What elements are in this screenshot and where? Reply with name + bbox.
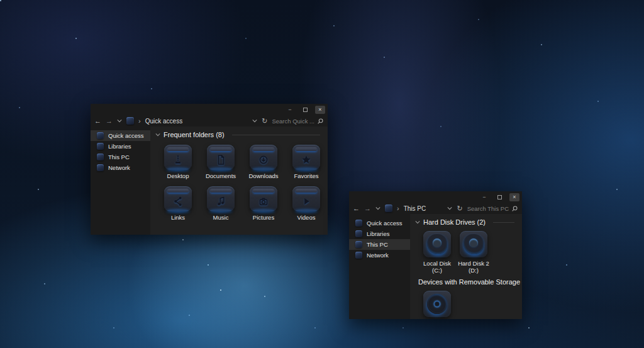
tile-label: Local Disk (C:) [419,261,455,274]
documents-folder-icon [207,145,235,170]
collapse-chevron-icon[interactable] [415,220,420,224]
sidebar-item-label: Libraries [367,230,389,237]
folder-tile-pictures[interactable]: Pictures [242,186,285,222]
back-button[interactable]: ← [353,205,360,212]
titlebar[interactable]: − × [91,104,328,115]
tile-label: Documents [206,173,236,180]
location-icon [126,117,134,125]
collapse-chevron-icon[interactable] [155,133,160,137]
breadcrumb[interactable]: Quick access [145,118,182,125]
sidebar-item-label: This PC [108,154,130,160]
music-folder-icon [207,186,235,211]
navigation-pane: Quick access Libraries This PC Network [349,214,410,319]
forward-button[interactable]: → [106,118,113,125]
address-toolbar: ← → › This PC ↻ Search This PC [349,203,522,214]
sidebar-item-libraries[interactable]: Libraries [349,228,410,239]
folder-tile-links[interactable]: Links [157,186,199,222]
group-header-hard-disk-drives[interactable]: Hard Disk Drives (2) [415,218,517,227]
folder-tile-favorites[interactable]: Favorites [285,145,328,180]
titlebar[interactable]: − × [349,191,522,203]
pictures-folder-icon [250,186,277,211]
folder-view: Frequent folders (8) Desktop Doc [150,126,328,235]
tile-label: Desktop [167,173,189,180]
location-icon [385,205,392,212]
breadcrumb[interactable]: This PC [404,205,426,212]
group-title: Devices with Removable Storage (1) [418,278,522,286]
minimize-icon: − [288,107,291,113]
folder-tile-music[interactable]: Music [199,186,242,222]
recent-locations-chevron-icon[interactable] [375,206,380,210]
refresh-icon[interactable]: ↻ [262,117,267,125]
breadcrumb-separator-icon: › [138,117,141,125]
sidebar-item-this-pc[interactable]: This PC [349,239,410,250]
sidebar-item-label: Quick access [108,132,144,139]
forward-button[interactable]: → [364,205,371,212]
search-input[interactable]: Search This PC [467,205,518,212]
desktop-folder-icon [164,145,192,170]
folder-tile-documents[interactable]: Documents [199,145,242,180]
folder-view: Hard Disk Drives (2) Local Disk (C:) [410,214,522,319]
links-folder-icon [164,186,192,211]
search-icon[interactable] [317,118,324,125]
sidebar-item-quick-access[interactable]: Quick access [349,218,410,228]
quick-access-icon [355,220,362,227]
search-placeholder: Search This PC [467,205,509,212]
minimize-button[interactable]: − [285,106,295,114]
minimize-icon: − [482,194,486,200]
group-divider [232,135,320,135]
tile-label: Videos [297,215,316,222]
refresh-icon[interactable]: ↻ [457,205,462,213]
address-dropdown-chevron-icon[interactable] [447,206,452,210]
close-button[interactable]: × [315,106,325,114]
explorer-window-quick-access: − × ← → › Quick access ↻ Search Quick ..… [91,104,328,235]
address-dropdown-chevron-icon[interactable] [252,119,257,123]
sidebar-item-label: Network [367,252,389,259]
tile-label: Pictures [253,215,274,222]
maximize-button[interactable] [300,106,310,114]
sidebar-item-label: This PC [367,241,388,248]
maximize-icon [497,195,502,199]
libraries-icon [355,230,362,237]
back-button[interactable]: ← [94,118,101,125]
folder-tile-desktop[interactable]: Desktop [157,145,199,180]
sidebar-item-network[interactable]: Network [91,162,150,173]
close-button[interactable]: × [509,193,519,201]
group-title: Frequent folders (8) [164,131,225,138]
quick-access-icon [97,132,104,139]
minimize-button[interactable]: − [479,193,489,201]
folder-tile-downloads[interactable]: Downloads [242,145,285,180]
group-header-frequent-folders[interactable]: Frequent folders (8) [155,130,323,139]
favorites-folder-icon [292,145,320,170]
frequent-folders-grid: Desktop Documents Downloads [155,145,323,222]
sidebar-item-quick-access[interactable]: Quick access [91,130,150,141]
drive-tile-hard-disk-2-d[interactable]: Hard Disk 2 (D:) [455,231,492,274]
explorer-window-this-pc: − × ← → › This PC ↻ Search This PC Quick [349,191,522,319]
tile-label: Hard Disk 2 (D:) [455,261,492,274]
close-icon: × [318,107,321,113]
search-icon[interactable] [511,205,518,212]
network-icon [355,252,362,259]
address-toolbar: ← → › Quick access ↻ Search Quick ... [91,115,328,126]
drive-tile-dvd-rw-f[interactable]: DVD RW Drive (F:) [419,291,455,319]
folder-tile-videos[interactable]: Videos [285,186,328,222]
this-pc-icon [97,154,104,160]
removable-storage-grid: DVD RW Drive (F:) [415,291,517,319]
this-pc-icon [355,241,362,248]
tile-label: Music [213,215,229,222]
desktop-wallpaper: − × ← → › Quick access ↻ Search Quick ..… [0,0,644,348]
sidebar-item-label: Quick access [367,220,402,227]
sidebar-item-this-pc[interactable]: This PC [91,152,150,162]
search-input[interactable]: Search Quick ... [272,118,324,125]
tile-label: Links [171,215,185,222]
sidebar-item-network[interactable]: Network [349,250,410,261]
search-placeholder: Search Quick ... [272,118,314,125]
group-divider [493,222,514,223]
close-icon: × [513,194,516,200]
maximize-button[interactable] [494,193,504,201]
group-header-removable-storage[interactable]: Devices with Removable Storage (1) [415,278,517,286]
recent-locations-chevron-icon[interactable] [117,119,122,123]
sidebar-item-libraries[interactable]: Libraries [91,141,150,152]
group-title: Hard Disk Drives (2) [423,218,486,226]
drive-tile-local-disk-c[interactable]: Local Disk (C:) [419,231,455,274]
sidebar-item-label: Libraries [108,143,131,150]
